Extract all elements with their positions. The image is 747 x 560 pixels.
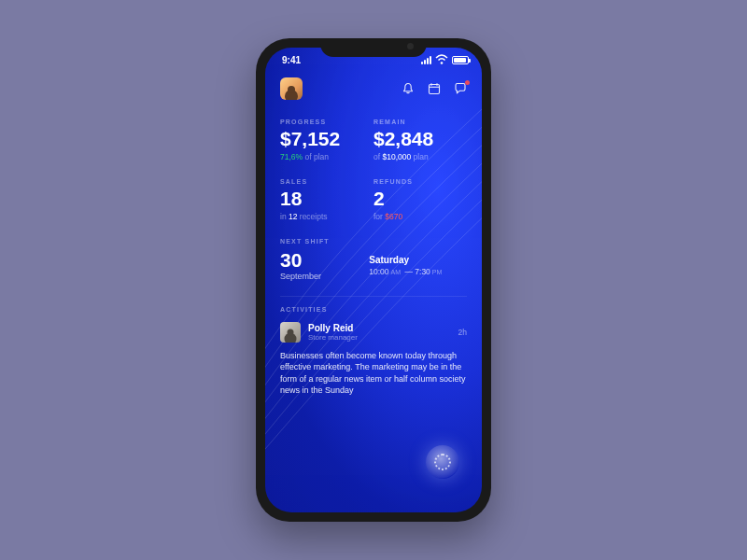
signal-icon <box>421 56 431 64</box>
activity-role: Store manager <box>308 333 358 342</box>
divider <box>280 296 467 297</box>
progress-label: PROGRESS <box>280 119 374 125</box>
progress-card[interactable]: PROGRESS $7,152 71,6% of plan <box>280 119 374 161</box>
remain-label: REMAIN <box>374 119 467 125</box>
battery-icon <box>452 56 469 64</box>
activity-body: Businesses often become known today thro… <box>280 350 467 397</box>
shift-label: NEXT SHIFT <box>280 238 467 245</box>
refunds-sub: for $670 <box>374 212 467 221</box>
sales-value: 18 <box>280 189 374 208</box>
refunds-card[interactable]: REFUNDS 2 for $670 <box>374 178 467 221</box>
sales-sub: in 12 receipts <box>280 212 374 221</box>
shift-times: 10:00AM — 7:30PM <box>369 267 467 276</box>
bell-icon[interactable] <box>402 82 415 95</box>
shift-weekday: Saturday <box>369 255 467 265</box>
top-bar <box>280 77 467 100</box>
remain-value: $2,848 <box>374 129 467 148</box>
progress-value: $7,152 <box>280 129 374 148</box>
notification-dot <box>465 80 470 85</box>
svg-point-0 <box>441 62 444 64</box>
sales-card[interactable]: SALES 18 in 12 receipts <box>280 178 374 221</box>
clock: 9:41 <box>282 55 301 65</box>
remain-card[interactable]: REMAIN $2,848 of $10,000 plan <box>374 119 467 161</box>
progress-sub: 71,6% of plan <box>280 152 374 161</box>
sales-label: SALES <box>280 178 374 185</box>
activity-name: Polly Reid <box>308 323 358 333</box>
avatar[interactable] <box>280 77 303 100</box>
activity-item[interactable]: Polly Reid Store manager 2h Businesses o… <box>280 322 467 397</box>
phone-frame: 9:41 <box>256 38 491 522</box>
svg-rect-1 <box>430 85 440 94</box>
notch <box>320 38 427 57</box>
remain-sub: of $10,000 plan <box>374 152 467 161</box>
refunds-value: 2 <box>374 189 467 208</box>
calendar-icon[interactable] <box>428 82 441 95</box>
refunds-label: REFUNDS <box>374 178 467 185</box>
activity-time: 2h <box>458 328 467 337</box>
phone-screen: 9:41 <box>265 48 482 512</box>
shift-day: 30 <box>280 250 361 270</box>
activity-avatar[interactable] <box>280 322 301 343</box>
wifi-icon <box>435 53 448 66</box>
activities-header: ACTIVITIES <box>280 306 467 313</box>
shift-month: September <box>280 272 361 281</box>
next-shift-card[interactable]: NEXT SHIFT 30 September Saturday 10:00AM… <box>280 238 467 281</box>
chat-icon[interactable] <box>454 82 467 95</box>
